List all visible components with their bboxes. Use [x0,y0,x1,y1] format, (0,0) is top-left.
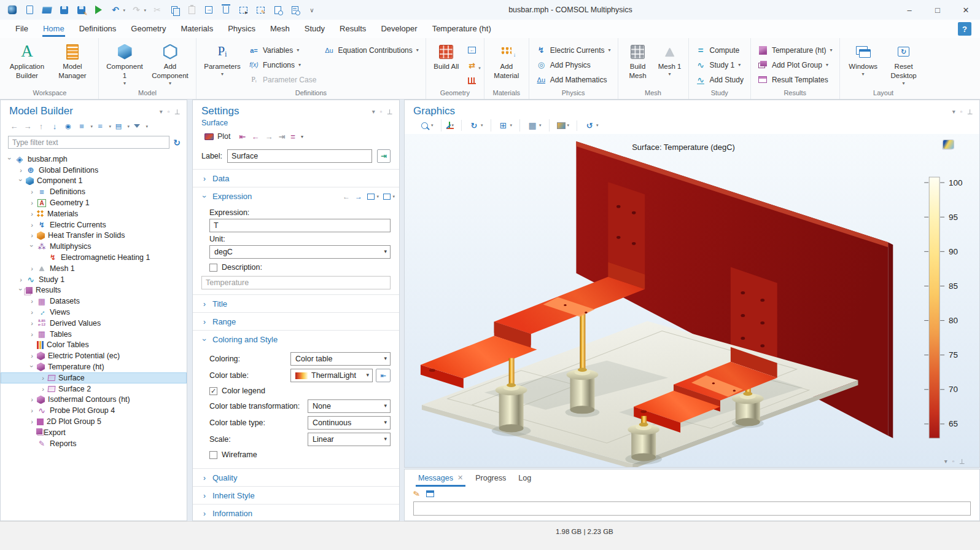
replace-expression-icon[interactable] [383,194,391,200]
tree-item[interactable]: Electromagnetic Heating 1 [1,252,187,263]
quick-access-button[interactable] [74,2,88,17]
panel-menu-icon[interactable]: ▾ [372,108,375,115]
tree-item[interactable]: Derived Values [1,318,187,329]
tree-twisty-icon[interactable] [28,407,36,414]
section-coloring-and-style[interactable]: Coloring and Style [193,330,399,348]
tree-twisty-icon[interactable] [28,265,36,272]
graphics-tool-button[interactable]: ▾ [582,119,601,132]
model-tree-nodes-icon[interactable] [112,120,125,132]
pin-icon[interactable]: ⊤ [174,108,181,116]
busbar-3d-plot[interactable]: Surface: Temperature (degC) 100959085807… [405,134,979,467]
float-panel-icon[interactable]: ▫ [960,108,963,115]
menu-tab[interactable]: Materials [174,21,220,37]
pin-icon[interactable]: ⊤ [959,457,965,465]
first-solution-icon[interactable]: ⇤ [239,132,246,141]
description-checkbox[interactable] [209,264,217,272]
add-mathematics-button[interactable]: Add Mathematics [534,74,613,85]
quick-access-button[interactable] [108,2,123,17]
tree-twisty-icon[interactable] [17,276,25,283]
quick-access-button[interactable] [129,2,144,17]
add-material-button[interactable]: Add Material [489,40,524,81]
panel-menu-icon[interactable]: ▾ [944,458,947,465]
graphics-tool-button[interactable]: ▾ [554,120,572,131]
equation-contributions-button[interactable]: Equation Contributions▾ [321,44,421,56]
collapse-all-icon[interactable] [94,120,106,132]
tree-twisty-icon[interactable] [17,167,25,174]
tree-twisty-icon[interactable] [28,221,36,229]
tree-twisty-icon[interactable] [28,232,36,239]
result-templates-button[interactable]: Result Templates [755,74,835,85]
tree-twisty-icon[interactable] [17,286,25,294]
section-information[interactable]: Information [193,504,399,521]
application-builder-button[interactable]: Application Builder [6,40,49,81]
messages-tab[interactable]: Messages ✕ [412,470,469,487]
functions-button[interactable]: Functions▾ [246,59,319,71]
quick-access-button[interactable] [270,2,285,17]
help-button[interactable]: ? [958,22,971,36]
section-inherit-style[interactable]: Inherit Style [193,486,399,504]
color-legend-checkbox[interactable] [209,387,217,395]
tree-item[interactable]: Multiphysics [1,241,187,252]
tree-twisty-icon[interactable] [28,396,36,403]
section-title[interactable]: Title [193,294,399,312]
quick-access-button[interactable] [22,2,37,17]
tree-item[interactable]: Heat Transfer in Solids [1,230,187,242]
expand-all-icon[interactable] [76,120,88,132]
tree-item[interactable]: busbar.mph [1,154,187,165]
tree-twisty-icon[interactable] [39,374,47,382]
menu-tab[interactable]: File [9,21,35,37]
wireframe-checkbox[interactable] [209,451,217,459]
float-panel-icon[interactable]: ▫ [952,458,955,465]
tree-item[interactable]: Study 1 [1,274,187,285]
tree-twisty-icon[interactable] [28,188,36,195]
graphics-tool-button[interactable]: ▾ [446,120,457,131]
tree-item[interactable]: Results [1,285,187,296]
tree-twisty-icon[interactable] [28,297,36,305]
tree-twisty-icon[interactable] [28,363,36,371]
graphics-tool-button[interactable]: ▾ [467,119,486,132]
rebuild-geometry-button[interactable] [465,58,480,72]
section-data[interactable]: Data [193,169,399,187]
close-icon[interactable]: ✕ [952,0,980,20]
tree-item[interactable]: Views [1,307,187,318]
tree-item[interactable]: Temperature (ht) [1,361,187,372]
variables-button[interactable]: Variables▾ [246,44,319,56]
tree-twisty-icon[interactable] [28,331,36,338]
temperature-plot-group-button[interactable]: Temperature (ht)▾ [755,44,835,56]
quick-access-button[interactable] [184,2,199,17]
scale-select[interactable]: Linear [308,433,391,446]
tree-item[interactable]: Surface 2 [1,383,187,395]
nav-forward-icon[interactable] [21,120,34,132]
compute-button[interactable]: Compute [693,44,746,56]
expression-forward-icon[interactable]: → [355,192,362,201]
graphics-tool-button[interactable]: ▾ [496,119,515,132]
build-all-button[interactable]: Build All [430,40,462,72]
graphics-tool-button[interactable]: ▾ [525,119,544,132]
filter-icon[interactable] [131,120,143,132]
add-physics-button[interactable]: Add Physics [534,59,613,71]
tree-item[interactable]: Color Tables [1,340,187,351]
menu-tab[interactable]: Results [333,21,373,37]
float-panel-icon[interactable]: ▫ [168,108,170,115]
menu-tab[interactable]: Mesh [263,21,297,37]
tree-twisty-icon[interactable] [28,199,36,206]
windows-button[interactable]: Windows ▾ [844,40,882,78]
insert-expression-icon[interactable] [367,194,375,200]
menu-tab[interactable]: Home [36,21,71,37]
quick-access-button[interactable] [167,2,182,17]
quick-access-button[interactable] [219,2,233,17]
tree-twisty-icon[interactable] [17,177,25,184]
quick-access-button[interactable] [287,2,302,17]
quick-access-button[interactable] [253,2,268,17]
color-table-window-icon[interactable] [376,369,391,382]
tree-item[interactable]: Geometry 1 [1,197,187,208]
quick-access-button[interactable] [150,2,165,17]
expression-back-icon[interactable]: ← [343,192,350,201]
virtual-operations-button[interactable] [465,74,480,87]
electric-currents-button[interactable]: Electric Currents▾ [534,44,613,56]
quick-access-button[interactable] [91,2,106,17]
pin-icon[interactable]: ⊤ [387,108,393,116]
messages-output[interactable] [413,501,971,516]
tree-item[interactable]: 2D Plot Group 5 [1,416,187,427]
tree-twisty-icon[interactable] [28,243,36,250]
